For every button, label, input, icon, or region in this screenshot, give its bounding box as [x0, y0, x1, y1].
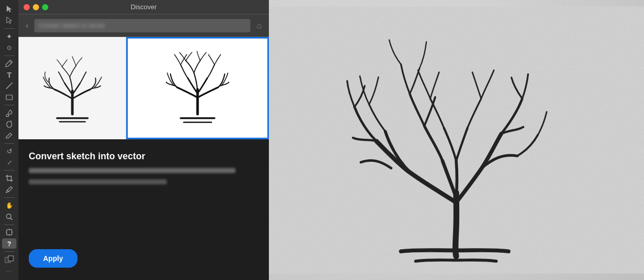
- separator-8: [4, 251, 14, 252]
- eyedropper-icon[interactable]: [2, 184, 16, 195]
- crop-icon[interactable]: [2, 173, 16, 183]
- rotate-icon[interactable]: ↺: [2, 146, 16, 156]
- canvas-area[interactable]: [269, 0, 644, 280]
- separator-3: [4, 105, 14, 105]
- panel-title: Discover: [131, 3, 157, 11]
- close-button[interactable]: [24, 4, 30, 10]
- more-tools-icon[interactable]: ···: [2, 266, 16, 276]
- separator-2: [4, 55, 14, 56]
- sketch-preview-left[interactable]: [18, 37, 126, 140]
- panel-footer: Apply: [18, 241, 269, 280]
- window-controls: [24, 4, 48, 10]
- svg-rect-10: [8, 256, 13, 261]
- eraser-icon[interactable]: [2, 130, 16, 141]
- svg-point-2: [7, 121, 12, 127]
- sketch-preview-right[interactable]: [126, 37, 269, 139]
- discover-panel: Discover ‹ Convert sketch to vector ⌂: [18, 0, 269, 280]
- panel-description: Convert sketch into vector: [18, 140, 269, 241]
- separator-7: [4, 225, 14, 225]
- search-input[interactable]: Convert sketch to vector: [38, 22, 105, 29]
- magic-wand-icon[interactable]: ✦: [2, 31, 16, 42]
- minimize-button[interactable]: [33, 4, 39, 10]
- svg-line-0: [6, 83, 12, 89]
- canvas-sketch: [269, 0, 644, 280]
- preview-area: [18, 37, 269, 140]
- scale-icon[interactable]: ⤢: [2, 157, 16, 167]
- pen-icon[interactable]: [2, 58, 16, 68]
- separator-5: [4, 170, 14, 171]
- maximize-button[interactable]: [42, 4, 48, 10]
- fill-stroke-icon[interactable]: [2, 254, 16, 265]
- hand-icon[interactable]: ✋: [2, 200, 16, 211]
- paintbrush-icon[interactable]: [2, 108, 16, 118]
- type-icon[interactable]: T: [2, 69, 16, 80]
- panel-search-bar: ‹ Convert sketch to vector ⌂: [18, 14, 269, 37]
- desc-line-2: [29, 179, 167, 184]
- svg-rect-1: [6, 95, 12, 100]
- separator-4: [4, 143, 14, 144]
- select-icon[interactable]: [2, 4, 16, 14]
- separator-1: [4, 28, 14, 29]
- back-button[interactable]: ‹: [24, 19, 30, 32]
- lasso-icon[interactable]: ⊙: [2, 43, 16, 53]
- home-button[interactable]: ⌂: [255, 19, 264, 32]
- feature-title: Convert sketch into vector: [29, 151, 259, 162]
- artboard-icon[interactable]: [2, 227, 16, 237]
- left-toolbar: ✦ ⊙ T ↺ ⤢: [0, 0, 18, 280]
- zoom-icon[interactable]: [2, 212, 16, 222]
- svg-point-3: [7, 214, 11, 218]
- blob-brush-icon[interactable]: [2, 119, 16, 129]
- apply-button[interactable]: Apply: [29, 249, 77, 268]
- rectangle-icon[interactable]: [2, 92, 16, 102]
- line-icon[interactable]: [2, 81, 16, 91]
- direct-select-icon[interactable]: [2, 15, 16, 26]
- desc-line-1: [29, 168, 236, 173]
- panel-titlebar: Discover: [18, 0, 269, 14]
- search-input-wrapper[interactable]: Convert sketch to vector: [34, 19, 250, 32]
- svg-rect-4: [7, 230, 12, 235]
- plugin-icon[interactable]: ?: [2, 238, 16, 249]
- separator-6: [4, 197, 14, 198]
